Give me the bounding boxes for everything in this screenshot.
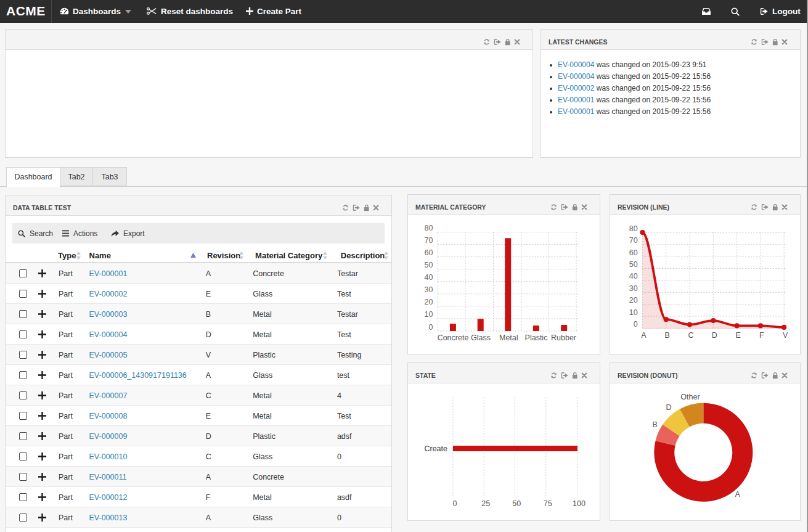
svg-text:50: 50 bbox=[425, 261, 433, 269]
svg-text:Plastic: Plastic bbox=[525, 334, 548, 342]
svg-text:80: 80 bbox=[629, 224, 638, 233]
svg-text:V: V bbox=[783, 331, 788, 340]
svg-text:10: 10 bbox=[629, 308, 638, 317]
svg-text:C: C bbox=[688, 331, 693, 340]
svg-text:50: 50 bbox=[629, 260, 638, 269]
svg-text:70: 70 bbox=[425, 236, 433, 245]
svg-text:75: 75 bbox=[544, 499, 552, 508]
svg-text:D: D bbox=[712, 331, 717, 340]
svg-text:Rubber: Rubber bbox=[551, 334, 576, 342]
svg-text:20: 20 bbox=[425, 298, 433, 306]
svg-text:10: 10 bbox=[425, 310, 433, 319]
svg-text:0: 0 bbox=[429, 323, 433, 332]
svg-text:0: 0 bbox=[452, 499, 457, 508]
svg-text:100: 100 bbox=[573, 499, 586, 508]
svg-text:50: 50 bbox=[512, 499, 521, 508]
svg-text:B: B bbox=[652, 420, 657, 429]
svg-text:Concrete: Concrete bbox=[438, 334, 469, 342]
svg-text:30: 30 bbox=[425, 285, 433, 294]
svg-text:Create: Create bbox=[424, 444, 447, 453]
svg-text:40: 40 bbox=[629, 272, 638, 280]
svg-text:Metal: Metal bbox=[499, 334, 518, 342]
svg-text:B: B bbox=[665, 331, 670, 340]
svg-text:30: 30 bbox=[629, 284, 638, 293]
svg-text:80: 80 bbox=[425, 224, 433, 232]
svg-text:70: 70 bbox=[629, 236, 638, 245]
svg-text:60: 60 bbox=[425, 248, 433, 257]
svg-text:40: 40 bbox=[425, 273, 433, 282]
svg-text:20: 20 bbox=[629, 296, 638, 305]
svg-text:60: 60 bbox=[629, 248, 638, 257]
svg-text:D: D bbox=[666, 403, 671, 412]
svg-text:Glass: Glass bbox=[471, 334, 491, 342]
svg-text:0: 0 bbox=[634, 320, 638, 329]
svg-text:A: A bbox=[641, 331, 647, 340]
svg-text:A: A bbox=[735, 490, 741, 499]
svg-text:F: F bbox=[759, 331, 764, 340]
svg-text:25: 25 bbox=[481, 499, 490, 508]
svg-text:Other: Other bbox=[680, 393, 700, 401]
svg-text:E: E bbox=[735, 331, 740, 340]
